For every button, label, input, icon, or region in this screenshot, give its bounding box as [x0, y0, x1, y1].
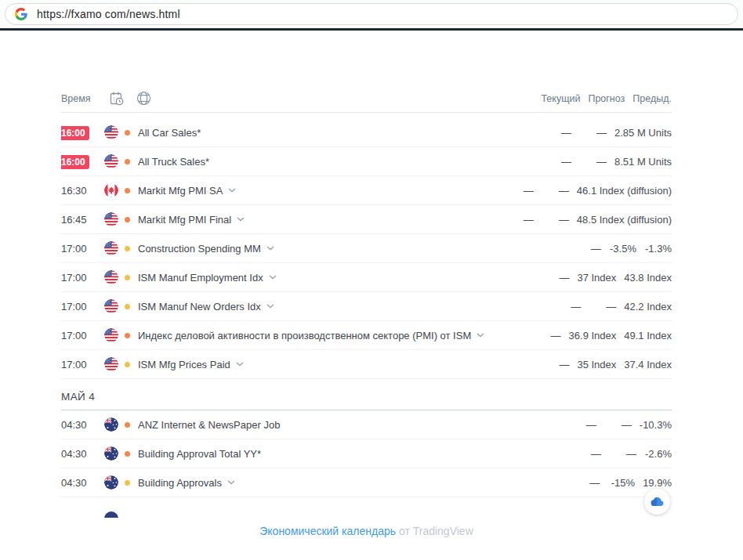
au-flag-icon [104, 446, 118, 461]
economic-calendar-link[interactable]: Экономический календарь [259, 525, 396, 537]
forecast-value: — [571, 156, 607, 168]
widget-attribution: Экономический календарь от TradingView [61, 518, 672, 537]
chevron-down-icon[interactable] [236, 362, 244, 367]
forecast-value: -15% [600, 477, 635, 489]
importance-dot-icon [125, 451, 130, 457]
value-column-headers: Текущий Прогноз Предыд. [533, 93, 672, 104]
event-name: ISM Manuf Employment Idx [138, 272, 263, 284]
event-name: All Car Sales* [138, 127, 201, 139]
calendar-event-row[interactable]: 17:00 [61, 292, 672, 321]
event-values: — — 48.5 Index (diffusion) [498, 214, 672, 226]
previous-value: 19.9% [635, 477, 672, 489]
importance-dot-icon [125, 159, 130, 164]
previous-value: 46.1 Index (diffusion) [569, 185, 672, 197]
previous-value: 8.51 M Units [607, 156, 672, 168]
chevron-down-icon[interactable] [269, 275, 277, 280]
forecast-value: — [571, 127, 607, 139]
previous-value: 37.4 Index [616, 359, 672, 370]
event-time-cell: 17:00 [61, 301, 104, 313]
us-flag-icon [104, 299, 118, 313]
us-flag-icon [104, 357, 118, 371]
economic-calendar-widget: Время [61, 85, 672, 518]
event-time-cell: 17:00 [61, 272, 104, 284]
calendar-event-row[interactable]: 17:00 [61, 350, 672, 379]
actual-value: — [534, 359, 569, 370]
chevron-down-icon[interactable] [477, 333, 484, 338]
event-time: 16:00 [61, 126, 89, 140]
chevron-down-icon[interactable] [266, 304, 274, 309]
importance-dot-icon [125, 422, 130, 428]
importance-dot-icon [125, 246, 130, 251]
event-name: ISM Manuf New Orders Idx [138, 301, 261, 313]
actual-value: — [498, 214, 534, 226]
event-time: 04:30 [61, 477, 87, 489]
event-time-cell: 16:00 [61, 127, 104, 139]
actual-value: — [536, 156, 571, 168]
chevron-down-icon[interactable] [237, 217, 245, 222]
event-name: Markit Mfg PMI Final [138, 214, 231, 226]
calendar-event-row[interactable]: 04:30 Building Appro [61, 439, 672, 468]
calendar-event-row[interactable]: 04:30 ANZ Internet & [61, 410, 672, 439]
forecast-value: — [534, 214, 569, 226]
chevron-down-icon[interactable] [266, 246, 274, 251]
calendar-event-row[interactable]: 04:30 Building Appro [61, 468, 672, 497]
event-time-cell: 04:30 [61, 448, 104, 460]
event-time-cell: 16:45 [61, 214, 104, 226]
forecast-value: — [581, 301, 616, 313]
event-name: Markit Mfg PMI SA [138, 185, 223, 197]
event-name: Building Approval Total YY* [138, 448, 261, 460]
actual-value: — [561, 419, 596, 431]
partial-flag-icon [104, 511, 118, 518]
calendar-event-row[interactable]: 16:00 [61, 147, 672, 176]
event-values: — — -10.3% [561, 419, 672, 431]
calendar-clock-icon[interactable] [108, 90, 125, 107]
event-time: 04:30 [61, 448, 87, 460]
actual-value: — [564, 477, 600, 489]
event-values: — — 2.85 M Units [536, 127, 672, 139]
importance-dot-icon [125, 304, 130, 309]
event-time: 17:00 [61, 301, 87, 313]
calendar-event-row[interactable]: 17:00 [61, 321, 672, 350]
actual-value: — [536, 127, 571, 139]
calendar-event-row[interactable]: 17:00 [61, 234, 672, 263]
importance-dot-icon [125, 130, 130, 135]
au-flag-icon [104, 417, 118, 432]
event-name: All Truck Sales* [138, 156, 209, 168]
event-name: Индекс деловой активности в производстве… [138, 330, 471, 341]
google-g-icon [15, 8, 27, 20]
address-bar[interactable]: https://fxamo com/news.html [5, 3, 738, 25]
previous-value: -10.3% [632, 419, 672, 431]
event-values: — -15% 19.9% [564, 477, 672, 489]
forecast-value: 36.9 Index [561, 330, 617, 341]
calendar-event-row[interactable]: 16:30 Markit Mfg PMI SA — — 46.1 Ind [61, 176, 672, 205]
event-values: — — 46.1 Index (diffusion) [498, 185, 672, 197]
chevron-down-icon[interactable] [227, 480, 235, 485]
au-flag-icon [104, 475, 118, 490]
calendar-header-row: Время [61, 85, 672, 113]
calendar-event-row[interactable]: 17:00 [61, 263, 672, 292]
forecast-value: -3.5% [601, 243, 636, 255]
forecast-column-header: Прогноз [580, 93, 625, 104]
partial-next-row [61, 497, 672, 518]
chevron-down-icon[interactable] [228, 188, 236, 193]
previous-column-header: Предыд. [625, 93, 672, 104]
importance-dot-icon [125, 480, 130, 486]
globe-icon[interactable] [136, 90, 153, 107]
us-flag-icon [104, 125, 118, 139]
forecast-value: — [596, 419, 632, 431]
event-values: — -3.5% -1.3% [566, 243, 672, 255]
actual-value: — [526, 330, 561, 341]
actual-value: — [545, 301, 581, 313]
event-time: 17:00 [61, 243, 87, 255]
event-values: — 37 Index 43.8 Index [534, 272, 672, 284]
date-separator: МАЙ 4 [61, 379, 672, 410]
calendar-event-row[interactable]: 16:00 [61, 118, 672, 147]
attribution-suffix: от TradingView [399, 525, 473, 537]
calendar-event-row[interactable]: 16:45 [61, 205, 672, 234]
cloud-icon[interactable] [644, 489, 670, 515]
us-flag-icon [104, 328, 118, 342]
event-time: 17:00 [61, 359, 87, 370]
forecast-value: 37 Index [569, 272, 616, 284]
event-time: 04:30 [61, 419, 87, 431]
event-time: 17:00 [61, 330, 87, 341]
